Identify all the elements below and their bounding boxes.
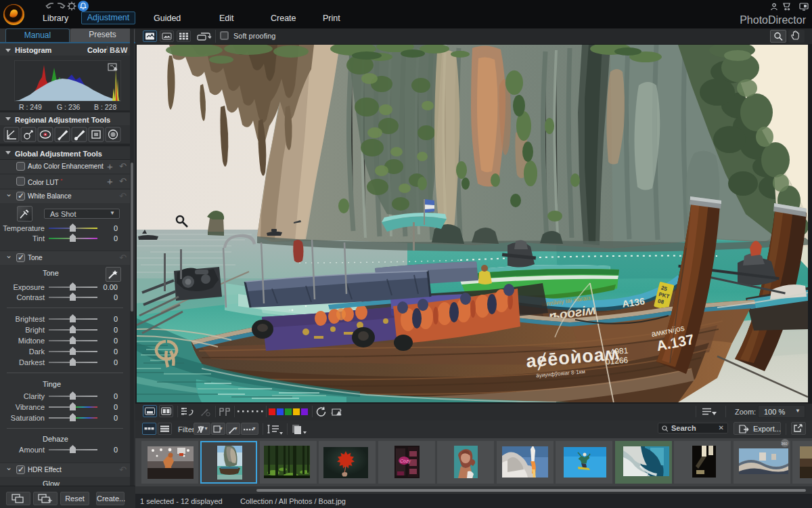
svg-text:Cozy: Cozy xyxy=(400,459,411,464)
svg-text:360: 360 xyxy=(782,442,788,446)
svg-text:01266: 01266 xyxy=(605,355,629,366)
